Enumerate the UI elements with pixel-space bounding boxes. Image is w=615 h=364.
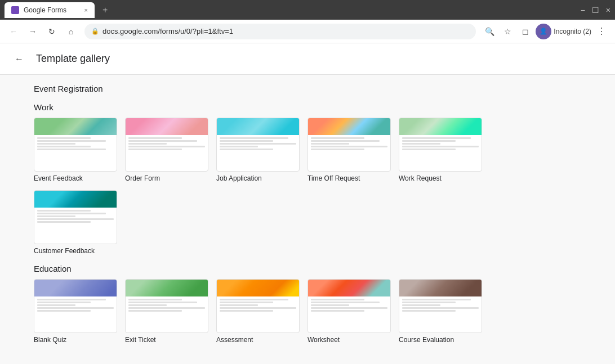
template-course-evaluation[interactable]: Course Evaluation <box>399 279 482 344</box>
tab-close-button[interactable]: × <box>84 7 88 14</box>
card-body-order-form <box>126 135 208 152</box>
back-button[interactable]: ← <box>9 49 29 69</box>
browser-tab[interactable]: Google Forms × <box>5 2 95 18</box>
template-customer-feedback[interactable]: Customer Feedback <box>34 190 117 255</box>
card-line <box>128 137 182 139</box>
card-line <box>311 299 364 300</box>
search-button[interactable]: 🔍 <box>482 24 497 39</box>
card-line <box>311 310 364 312</box>
card-line <box>37 307 114 309</box>
card-line <box>37 310 91 312</box>
template-name-work-request: Work Request <box>399 174 442 182</box>
template-job-application[interactable]: Job Application <box>216 118 300 182</box>
card-line <box>402 146 479 147</box>
card-body-assessment <box>217 296 299 314</box>
card-line <box>128 310 182 312</box>
card-body-event-feedback <box>34 135 117 152</box>
nav-refresh-button[interactable]: ↻ <box>44 24 60 39</box>
card-line <box>37 215 75 217</box>
profile-avatar: 👤 <box>540 28 547 35</box>
template-blank-quiz[interactable]: Blank Quiz <box>34 279 117 344</box>
template-time-off-request[interactable]: Time Off Request <box>308 118 391 182</box>
card-line <box>220 299 288 300</box>
window-minimize-button[interactable]: − <box>581 6 585 15</box>
browser-menu-button[interactable]: ⋮ <box>594 24 609 39</box>
template-name-assessment: Assessment <box>216 336 253 344</box>
card-line <box>402 307 479 309</box>
address-bar[interactable]: 🔒 docs.google.com/forms/u/0/?pli=1&ftv=1 <box>84 24 476 39</box>
card-body-time-off-request <box>308 135 390 152</box>
profile-button[interactable]: 👤 <box>536 24 551 39</box>
card-line <box>128 307 205 309</box>
card-line <box>402 140 456 142</box>
template-name-order-form: Order Form <box>125 174 160 182</box>
template-card-worksheet[interactable] <box>308 279 391 333</box>
template-card-work-request[interactable] <box>399 118 482 172</box>
bookmark-button[interactable]: ☆ <box>500 24 515 39</box>
section-event-registration: Event Registration <box>34 84 581 93</box>
browser-chrome: Google Forms × + − ☐ × <box>0 0 615 20</box>
card-line <box>128 140 197 142</box>
template-card-order-form[interactable] <box>125 118 208 172</box>
card-line <box>37 218 114 220</box>
card-line <box>37 137 91 139</box>
section-education: Education Blank Quiz <box>34 264 581 344</box>
template-name-exit-ticket: Exit Ticket <box>125 336 156 344</box>
card-line <box>128 302 197 303</box>
card-body-customer-feedback <box>34 208 117 225</box>
app-header: ← Template gallery <box>0 43 615 75</box>
template-name-job-application: Job Application <box>216 174 262 182</box>
template-name-customer-feedback: Customer Feedback <box>34 247 95 255</box>
template-name-time-off-request: Time Off Request <box>308 174 360 182</box>
nav-bar: ← → ↻ ⌂ 🔒 docs.google.com/forms/u/0/?pli… <box>0 20 615 43</box>
card-line <box>37 143 75 145</box>
template-assessment[interactable]: Assessment <box>216 279 300 344</box>
main-content: Event Registration Work Event Feedback <box>0 75 615 364</box>
card-line <box>128 304 167 306</box>
template-exit-ticket[interactable]: Exit Ticket <box>125 279 208 344</box>
template-card-exit-ticket[interactable] <box>125 279 208 333</box>
template-card-assessment[interactable] <box>216 279 300 333</box>
section-title-education: Education <box>34 264 581 273</box>
nav-home-button[interactable]: ⌂ <box>63 24 79 39</box>
card-line <box>37 302 91 303</box>
window-close-button[interactable]: × <box>606 6 610 15</box>
section-title-event-registration: Event Registration <box>34 84 581 93</box>
nav-actions: 🔍 ☆ ◻ 👤 Incognito (2) ⋮ <box>482 24 609 39</box>
window-restore-button[interactable]: ☐ <box>592 6 599 15</box>
template-card-course-evaluation[interactable] <box>399 279 482 333</box>
nav-forward-button[interactable]: → <box>25 24 41 39</box>
card-line <box>220 137 288 139</box>
card-body-exit-ticket <box>126 296 208 314</box>
card-line <box>311 304 349 306</box>
card-header-worksheet <box>308 280 390 296</box>
template-card-blank-quiz[interactable] <box>34 279 117 333</box>
work-templates-grid-row2: Customer Feedback <box>34 190 581 255</box>
nav-back-button[interactable]: ← <box>6 24 21 39</box>
new-tab-button[interactable]: + <box>99 5 111 15</box>
card-line <box>402 302 456 303</box>
template-name-course-evaluation: Course Evaluation <box>399 336 454 344</box>
template-card-job-application[interactable] <box>216 118 300 172</box>
template-event-feedback[interactable]: Event Feedback <box>34 118 117 182</box>
template-work-request[interactable]: Work Request <box>399 118 482 182</box>
tab-title: Google Forms <box>24 6 66 14</box>
template-card-time-off-request[interactable] <box>308 118 391 172</box>
card-line <box>220 304 258 306</box>
section-title-work: Work <box>34 102 581 112</box>
card-line <box>311 143 349 145</box>
template-card-event-feedback[interactable] <box>34 118 117 172</box>
card-line <box>311 149 364 150</box>
incognito-label: Incognito (2) <box>554 28 591 35</box>
card-header-customer-feedback <box>34 191 117 208</box>
extensions-button[interactable]: ◻ <box>518 24 533 39</box>
section-work: Work Event Feedback <box>34 102 581 255</box>
card-line <box>128 146 205 147</box>
card-line <box>128 149 182 150</box>
template-order-form[interactable]: Order Form <box>125 118 208 182</box>
template-worksheet[interactable]: Worksheet <box>308 279 391 344</box>
card-line <box>402 137 471 139</box>
card-line <box>311 137 364 139</box>
card-body-job-application <box>217 135 299 152</box>
template-card-customer-feedback[interactable] <box>34 190 117 244</box>
